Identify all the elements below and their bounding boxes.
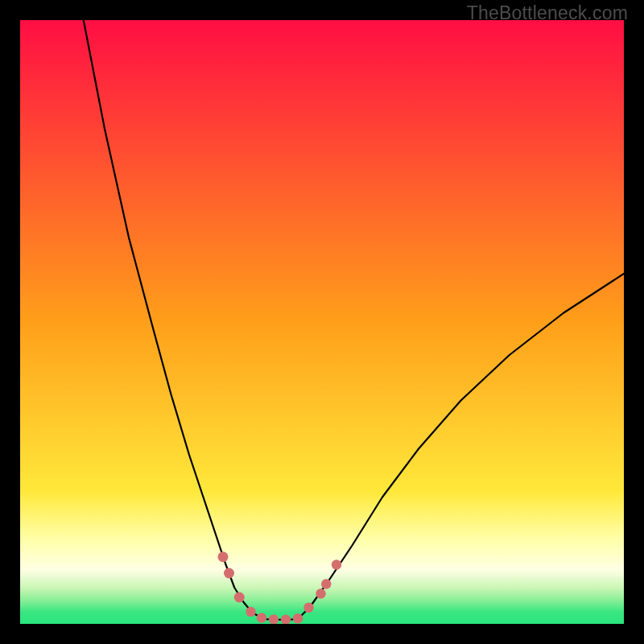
data-marker	[224, 568, 234, 579]
bottleneck-chart	[20, 20, 624, 624]
data-marker	[303, 603, 313, 613]
data-marker	[234, 592, 245, 603]
data-marker	[218, 551, 229, 562]
data-marker	[257, 613, 266, 622]
data-marker	[332, 559, 341, 569]
data-marker	[269, 614, 279, 624]
chart-frame	[20, 20, 624, 624]
data-marker	[246, 607, 255, 617]
data-marker	[316, 588, 325, 598]
data-marker	[293, 613, 303, 623]
gradient-background	[20, 20, 624, 624]
data-marker	[321, 579, 331, 588]
